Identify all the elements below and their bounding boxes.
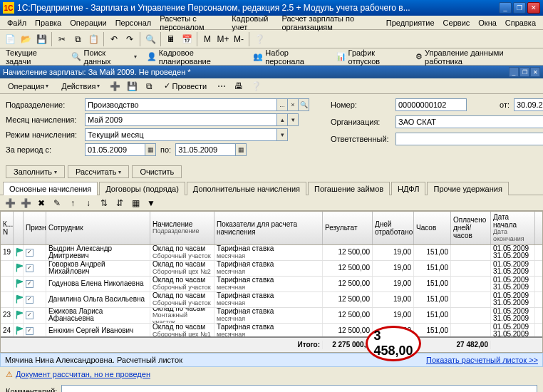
tab-contracts[interactable]: Договоры (подряда) (99, 182, 185, 195)
search-data-button[interactable]: 🔍Поиск данных▾ (68, 47, 139, 67)
maximize-button[interactable]: ❐ (513, 2, 526, 14)
doc-print-icon[interactable]: 🖶 (232, 79, 246, 93)
redo-icon[interactable]: ↷ (123, 32, 137, 46)
col-paid[interactable]: Оплачено дней/часов (451, 212, 491, 244)
table-row[interactable]: ✓Годунова Елена НиколаевнаОклад по часам… (1, 277, 542, 292)
doc-close-button[interactable]: ✕ (530, 67, 540, 77)
col-days[interactable]: Дней отработано (373, 212, 414, 244)
table-row[interactable]: 19✓Выдрин Александр ДмитриевичОклад по ч… (1, 245, 542, 261)
post-button[interactable]: ✓Провести (159, 79, 212, 93)
grid-add-icon[interactable]: ➕ (3, 196, 17, 210)
clear-button[interactable]: Очистить (132, 165, 182, 178)
grid-sort-icon[interactable]: ⇅ (97, 196, 111, 210)
tab-other-deductions[interactable]: Прочие удержания (427, 182, 508, 195)
month-down-button[interactable]: ▾ (287, 113, 299, 126)
undo-icon[interactable]: ↶ (107, 32, 121, 46)
payslip-link[interactable]: Показать расчетный листок >> (426, 356, 538, 364)
col-check[interactable]: Призн... (24, 212, 46, 244)
find-icon[interactable]: 🔍 (143, 32, 157, 46)
menu-service[interactable]: Сервис (439, 17, 475, 29)
close-button[interactable]: ✕ (527, 2, 540, 14)
m-button[interactable]: M (200, 32, 214, 46)
tab-additional[interactable]: Дополнительные начисления (187, 182, 306, 195)
mode-dropdown-button[interactable]: ▾ (276, 128, 288, 141)
period-to-cal-button[interactable]: ▦ (235, 143, 247, 156)
menu-hr[interactable]: Кадровый учет (227, 13, 277, 33)
vacation-schedule-button[interactable]: 📊График отпусков (333, 47, 408, 67)
grid-del-icon[interactable]: ✖ (34, 196, 48, 210)
grid-edit-icon[interactable]: ✎ (50, 196, 64, 210)
grid-add2-icon[interactable]: ➕ (19, 196, 33, 210)
actions-dropdown[interactable]: Действия▾ (56, 80, 105, 93)
doc-save-icon[interactable]: 💾 (125, 79, 139, 93)
period-from-input[interactable] (85, 143, 145, 156)
doc-add-icon[interactable]: ➕ (108, 79, 122, 93)
doc-more-icon[interactable]: ⋯ (214, 79, 229, 93)
copy-icon[interactable]: ⧉ (71, 32, 85, 46)
col-hours[interactable]: Часов (414, 212, 451, 244)
col-dates[interactable]: Дата началаДата окончания (491, 212, 535, 244)
col-indicators[interactable]: Показатели для расчета начисления (214, 212, 323, 244)
col-accrual[interactable]: НачислениеПодразделение (150, 212, 214, 244)
calendar-icon[interactable]: 📅 (180, 32, 194, 46)
minimize-button[interactable]: _ (499, 2, 512, 14)
col-employee[interactable]: Сотрудник (46, 212, 150, 244)
current-tasks-button[interactable]: Текущие задачи (3, 47, 64, 67)
doc-minimize-button[interactable]: _ (509, 67, 519, 77)
cut-icon[interactable]: ✂ (55, 32, 69, 46)
m-plus-button[interactable]: M+ (216, 32, 230, 46)
dept-input[interactable] (85, 98, 277, 111)
col-result[interactable]: Результат (323, 212, 373, 244)
fill-button[interactable]: Заполнить▾ (6, 165, 65, 178)
org-input[interactable] (395, 115, 543, 128)
grid-body[interactable]: 19✓Выдрин Александр ДмитриевичОклад по ч… (1, 245, 542, 336)
hr-planning-button[interactable]: 👤Кадровое планирование (144, 47, 247, 67)
dept-select-button[interactable]: ... (276, 98, 288, 111)
dept-clear-button[interactable]: × (287, 98, 299, 111)
month-up-button[interactable]: ▴ (276, 113, 288, 126)
doc-maximize-button[interactable]: ❐ (519, 67, 529, 77)
resp-input[interactable] (395, 133, 543, 145)
grid-up-icon[interactable]: ↑ (66, 196, 80, 210)
employee-data-button[interactable]: ⚙Управление данными работника (413, 47, 540, 67)
recruitment-button[interactable]: 👥Набор персонала (250, 47, 329, 67)
paste-icon[interactable]: 📋 (86, 32, 100, 46)
operation-dropdown[interactable]: Операция▾ (3, 80, 53, 93)
grid-sort2-icon[interactable]: ⇵ (113, 196, 127, 210)
menu-file[interactable]: Файл (3, 17, 31, 29)
menu-personnel[interactable]: Персонал (111, 17, 156, 29)
tab-main-accruals[interactable]: Основные начисления (3, 182, 98, 195)
menu-enterprise[interactable]: Предприятие (382, 17, 439, 29)
comment-input[interactable] (61, 385, 537, 392)
grid-fill-icon[interactable]: ▦ (128, 196, 143, 210)
date-input[interactable] (514, 98, 543, 111)
mode-input[interactable] (85, 128, 277, 141)
number-input[interactable] (395, 98, 467, 111)
new-icon[interactable]: 📄 (3, 32, 17, 46)
menu-ops[interactable]: Операции (66, 17, 110, 29)
open-icon[interactable]: 📂 (19, 32, 33, 46)
grid-down-icon[interactable]: ↓ (81, 196, 95, 210)
menu-help[interactable]: Справка (501, 17, 540, 29)
tab-ndfl[interactable]: НДФЛ (391, 182, 425, 195)
month-input[interactable] (85, 113, 277, 126)
menu-salary-org[interactable]: Расчет зарплаты по организациям (277, 13, 381, 33)
calc-button[interactable]: Рассчитать▾ (68, 165, 129, 178)
tab-loans[interactable]: Погашение займов (308, 182, 390, 195)
help-icon[interactable]: ❔ (252, 32, 267, 46)
col-num[interactable]: К... N (1, 212, 14, 244)
table-row[interactable]: 24✓Енюхин Сергей ИвановичОклад по часамС… (1, 324, 542, 336)
table-row[interactable]: ✓Данилина Ольга ВасильевнаОклад по часам… (1, 292, 542, 308)
doc-help-icon[interactable]: ❔ (249, 79, 263, 93)
menu-windows[interactable]: Окна (474, 17, 501, 29)
table-row[interactable]: ✓Говорков Андрей МихайловичОклад по часа… (1, 261, 542, 277)
col-flag[interactable] (14, 212, 24, 244)
menu-edit[interactable]: Правка (31, 17, 66, 29)
menu-payroll[interactable]: Расчеты с персоналом (155, 13, 227, 33)
grid-filter-icon[interactable]: ▼ (144, 196, 158, 210)
period-from-cal-button[interactable]: ▦ (145, 143, 156, 156)
doc-copy-icon[interactable]: ⧉ (142, 79, 156, 93)
m-minus-button[interactable]: M- (232, 32, 246, 46)
save-icon[interactable]: 💾 (34, 32, 48, 46)
table-row[interactable]: 23✓Ежикова Лариса АфанасьевнаОклад по ча… (1, 308, 542, 324)
